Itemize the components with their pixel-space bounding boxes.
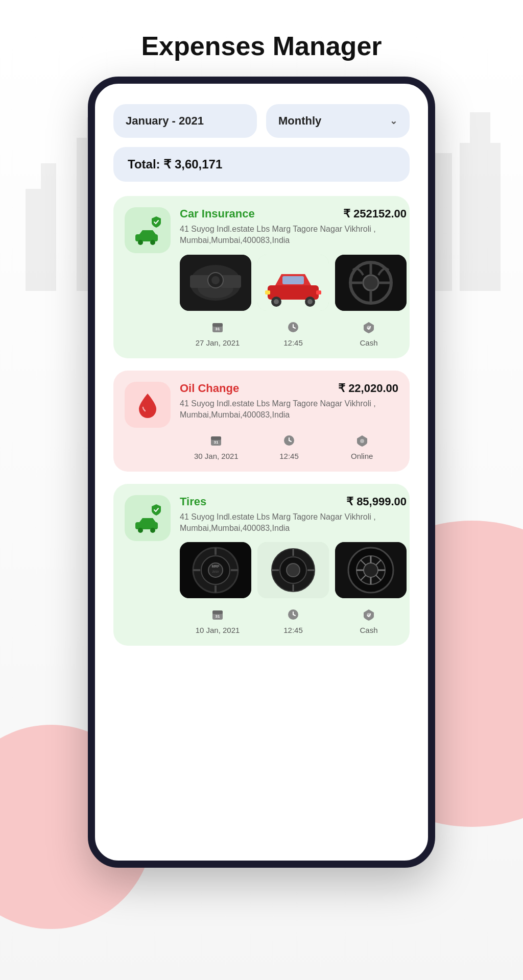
tire-image-3 — [335, 542, 407, 598]
svg-rect-1 — [41, 163, 56, 291]
svg-rect-23 — [221, 275, 241, 288]
tire-image-2 — [257, 542, 329, 598]
calendar-icon-3: 31 — [211, 608, 224, 624]
period-filter-label: Monthly — [278, 114, 321, 128]
clock-icon — [287, 321, 299, 336]
svg-rect-15 — [470, 112, 490, 291]
svg-point-37 — [363, 275, 378, 290]
svg-text:31: 31 — [214, 440, 219, 445]
svg-point-25 — [211, 276, 220, 284]
car-insurance-address: 41 Suyog Indl.estate Lbs Marg Tagore Nag… — [180, 224, 407, 247]
svg-point-72 — [287, 564, 300, 577]
tires-car-shield-icon — [132, 503, 163, 533]
payment-icon — [362, 321, 376, 336]
car-insurance-date-meta: 31 27 Jan, 2021 — [180, 321, 255, 347]
car-image-1 — [180, 255, 251, 311]
expense-card-car-insurance: Car Insurance ₹ 252152.00 41 Suyog Indl.… — [113, 196, 410, 358]
oil-change-payment-meta: Online — [325, 434, 398, 460]
svg-point-80 — [364, 563, 378, 577]
tires-payment: Cash — [360, 626, 377, 634]
svg-rect-90 — [212, 610, 223, 614]
svg-point-30 — [274, 299, 279, 304]
svg-rect-43 — [212, 323, 223, 327]
date-filter-label: January - 2021 — [126, 114, 204, 128]
total-label: Total: ₹ 3,60,171 — [128, 157, 222, 171]
car-insurance-amount: ₹ 252152.00 — [343, 207, 407, 220]
tires-payment-meta: Cash — [331, 608, 407, 634]
oil-change-icon-wrap — [125, 382, 171, 428]
car-image-3 — [335, 255, 407, 311]
tires-images: MRF ZV1V — [180, 542, 407, 598]
clock-icon-3 — [287, 608, 299, 624]
oil-change-body: Oil Change ₹ 22,020.00 41 Suyog Indl.est… — [180, 382, 398, 460]
car-insurance-meta: 31 27 Jan, 2021 12:45 Cash — [180, 321, 407, 347]
filter-row: January - 2021 Monthly ⌄ — [113, 104, 410, 138]
clock-icon-2 — [283, 434, 295, 450]
date-filter-button[interactable]: January - 2021 — [113, 104, 257, 138]
svg-point-32 — [307, 299, 313, 304]
car-insurance-time: 12:45 — [283, 338, 303, 347]
calendar-icon-2: 31 — [210, 434, 222, 450]
car-image-2 — [257, 255, 329, 311]
expense-card-oil-change: Oil Change ₹ 22,020.00 41 Suyog Indl.est… — [113, 371, 410, 472]
car-shield-icon — [132, 215, 163, 246]
car-insurance-body: Car Insurance ₹ 252152.00 41 Suyog Indl.… — [180, 207, 407, 347]
payment-icon-3 — [362, 608, 376, 624]
car-insurance-title: Car Insurance — [180, 207, 255, 220]
svg-rect-33 — [265, 290, 270, 295]
oil-change-address: 41 Suyog Indl.estate Lbs Marg Tagore Nag… — [180, 398, 398, 421]
oil-change-amount: ₹ 22,020.00 — [338, 382, 398, 395]
tires-header: Tires ₹ 85,999.00 — [180, 495, 407, 508]
oil-change-payment: Online — [351, 452, 373, 460]
oil-change-time-meta: 12:45 — [253, 434, 326, 460]
svg-point-17 — [138, 240, 143, 245]
total-amount-bar: Total: ₹ 3,60,171 — [113, 147, 410, 182]
svg-point-55 — [360, 439, 364, 443]
oil-change-title: Oil Change — [180, 382, 239, 395]
oil-change-meta: 31 30 Jan, 2021 12:45 Online — [180, 434, 398, 460]
tires-time: 12:45 — [283, 626, 303, 634]
tires-amount: ₹ 85,999.00 — [346, 495, 407, 508]
chevron-down-icon: ⌄ — [390, 115, 397, 127]
svg-point-57 — [138, 528, 143, 533]
svg-rect-16 — [135, 234, 158, 241]
tires-meta: 31 10 Jan, 2021 12:45 Cash — [180, 608, 407, 634]
oil-change-date: 30 Jan, 2021 — [194, 452, 239, 460]
tires-address: 41 Suyog Indl.estate Lbs Marg Tagore Nag… — [180, 511, 407, 534]
period-filter-button[interactable]: Monthly ⌄ — [266, 104, 410, 138]
svg-text:31: 31 — [216, 327, 220, 331]
oil-change-date-meta: 31 30 Jan, 2021 — [180, 434, 253, 460]
page-title: Expenses Manager — [141, 31, 382, 61]
expense-card-tires: Tires ₹ 85,999.00 41 Suyog Indl.estate L… — [113, 484, 410, 646]
svg-text:ZV1V: ZV1V — [212, 570, 219, 573]
car-insurance-images — [180, 255, 407, 311]
svg-rect-28 — [282, 276, 304, 284]
svg-point-58 — [150, 528, 155, 533]
car-insurance-date: 27 Jan, 2021 — [196, 338, 240, 347]
svg-point-18 — [150, 240, 155, 245]
svg-text:MRF: MRF — [211, 565, 220, 568]
svg-rect-22 — [190, 275, 210, 288]
car-insurance-time-meta: 12:45 — [255, 321, 331, 347]
tires-time-meta: 12:45 — [255, 608, 331, 634]
oil-drop-icon — [135, 389, 160, 420]
tires-title: Tires — [180, 495, 206, 508]
svg-rect-50 — [211, 436, 221, 440]
svg-text:31: 31 — [216, 614, 220, 619]
payment-icon-2 — [355, 434, 369, 450]
phone-frame: January - 2021 Monthly ⌄ Total: ₹ 3,60,1… — [88, 77, 435, 868]
car-insurance-payment-meta: Cash — [331, 321, 407, 347]
tire-image-1: MRF ZV1V — [180, 542, 251, 598]
tires-body: Tires ₹ 85,999.00 41 Suyog Indl.estate L… — [180, 495, 407, 635]
svg-rect-34 — [316, 290, 321, 295]
svg-rect-56 — [135, 522, 158, 529]
car-insurance-header: Car Insurance ₹ 252152.00 — [180, 207, 407, 220]
calendar-icon: 31 — [211, 321, 224, 336]
tires-date: 10 Jan, 2021 — [196, 626, 240, 634]
car-insurance-payment: Cash — [360, 338, 377, 347]
oil-change-time: 12:45 — [279, 452, 299, 460]
tires-icon-wrap — [125, 495, 171, 541]
tires-date-meta: 31 10 Jan, 2021 — [180, 608, 255, 634]
oil-change-header: Oil Change ₹ 22,020.00 — [180, 382, 398, 395]
car-insurance-icon-wrap — [125, 207, 171, 253]
